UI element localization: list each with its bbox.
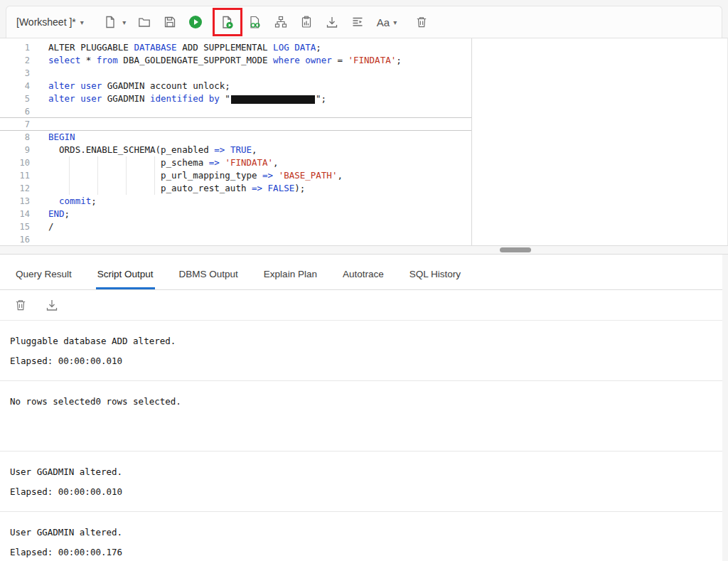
chevron-down-icon: ▾ (122, 18, 126, 26)
new-worksheet-menu-button[interactable]: ▾ (119, 11, 129, 33)
download-icon (326, 16, 338, 28)
clipboard-chart-icon (300, 16, 313, 28)
font-size-button[interactable]: Aa ▾ (377, 16, 397, 28)
editor-line[interactable]: 12 p_auto_rest_auth => FALSE); (0, 182, 727, 195)
scrollbar-thumb[interactable] (500, 247, 531, 252)
editor-line[interactable]: 15/ (0, 220, 727, 233)
new-worksheet-button[interactable] (100, 11, 121, 33)
tab-autotrace[interactable]: Autotrace (341, 263, 385, 289)
output-line (10, 538, 712, 547)
editor-line[interactable]: 1ALTER PLUGGABLE DATABASE ADD SUPPLEMENT… (0, 41, 727, 54)
script-output-block: User GGADMIN altered.Elapsed: 00:00:00.0… (0, 452, 722, 511)
code-text: alter user GGADMIN identified by ""; (41, 92, 326, 105)
autotrace-tree-icon (274, 16, 287, 28)
editor-line[interactable]: 14END; (0, 208, 727, 220)
output-line (10, 346, 712, 356)
save-button[interactable] (159, 11, 181, 33)
editor-line[interactable]: 7 (0, 118, 727, 131)
tab-query-result[interactable]: Query Result (14, 263, 73, 289)
format-indent-icon (351, 16, 364, 28)
output-toolbar (0, 290, 722, 321)
editor-line[interactable]: 16 (0, 233, 727, 245)
tab-sql-history[interactable]: SQL History (408, 263, 462, 289)
autotrace-button[interactable] (270, 11, 291, 33)
line-number: 12 (0, 182, 41, 195)
run-script-icon (220, 16, 234, 29)
font-size-label: Aa (377, 16, 390, 28)
code-text: select * from DBA_GOLDENGATE_SUPPORT_MOD… (41, 54, 402, 67)
code-text: p_auto_rest_auth => FALSE); (41, 182, 305, 195)
output-line: Elapsed: 00:00:00.010 (10, 487, 712, 497)
code-text: p_schema => 'FINDATA', (41, 156, 279, 169)
output-line (10, 407, 712, 417)
tab-dbms-output[interactable]: DBMS Output (178, 263, 240, 289)
code-text: ORDS.ENABLE_SCHEMA(p_enabled => TRUE, (41, 144, 257, 156)
editor-line[interactable]: 3 (0, 67, 727, 80)
script-output-block: Pluggable database ADD altered.Elapsed: … (0, 321, 722, 380)
code-text (41, 67, 48, 80)
code-text (41, 233, 48, 245)
editor-line[interactable]: 5alter user GGADMIN identified by ""; (0, 92, 727, 105)
line-number: 9 (0, 144, 41, 156)
open-file-button[interactable] (134, 11, 155, 33)
download-button[interactable] (321, 11, 343, 33)
explain-plan-button[interactable] (245, 11, 266, 33)
tab-explain-plan[interactable]: Explain Plan (262, 263, 318, 289)
code-text: alter user GGADMIN account unlock; (41, 80, 230, 92)
download-icon (46, 299, 58, 311)
sql-history-button[interactable] (296, 11, 317, 33)
script-output-block: User GGADMIN altered.Elapsed: 00:00:00.1… (0, 512, 722, 561)
annotation-highlight-box (213, 8, 242, 36)
tab-script-output[interactable]: Script Output (96, 263, 155, 289)
clear-worksheet-button[interactable] (411, 11, 432, 33)
results-panel: Query ResultScript OutputDBMS OutputExpl… (0, 255, 722, 551)
worksheet-toolbar: [Worksheet ]* ▾ ▾ (6, 6, 722, 38)
code-text (41, 118, 48, 131)
line-number: 3 (0, 67, 41, 80)
editor-line[interactable]: 6 (0, 105, 727, 118)
editor-line[interactable]: 4alter user GGADMIN account unlock; (0, 80, 727, 92)
line-number: 16 (0, 233, 41, 245)
line-number: 15 (0, 220, 41, 233)
horizontal-scrollbar[interactable] (0, 245, 728, 255)
editor-line[interactable]: 2select * from DBA_GOLDENGATE_SUPPORT_MO… (0, 54, 727, 67)
run-statement-button[interactable] (185, 11, 206, 33)
output-line: No rows selected0 rows selected. (10, 397, 712, 407)
code-text: END; (41, 208, 70, 220)
line-number: 6 (0, 105, 41, 118)
editor-line[interactable]: 11 p_url_mapping_type => 'BASE_PATH', (0, 169, 727, 182)
code-editor[interactable]: 1ALTER PLUGGABLE DATABASE ADD SUPPLEMENT… (0, 38, 728, 245)
output-line: Elapsed: 00:00:00.176 (10, 547, 712, 557)
code-text: p_url_mapping_type => 'BASE_PATH', (41, 169, 343, 182)
line-number: 13 (0, 195, 41, 208)
editor-line[interactable]: 10 p_schema => 'FINDATA', (0, 156, 727, 169)
editor-lines: 1ALTER PLUGGABLE DATABASE ADD SUPPLEMENT… (0, 41, 727, 245)
output-line (10, 427, 712, 437)
code-text: ALTER PLUGGABLE DATABASE ADD SUPPLEMENTA… (41, 41, 321, 54)
folder-open-icon (138, 16, 151, 28)
line-number: 1 (0, 41, 41, 54)
code-text (41, 105, 48, 118)
chevron-down-icon: ▾ (393, 18, 397, 26)
format-button[interactable] (347, 11, 368, 33)
editor-line[interactable]: 13 commit; (0, 195, 727, 208)
sql-worksheet-app: [Worksheet ]* ▾ ▾ (0, 6, 728, 561)
worksheet-selector[interactable]: [Worksheet ]* ▾ (16, 16, 84, 28)
output-line: Elapsed: 00:00:00.010 (10, 356, 712, 366)
editor-line[interactable]: 8BEGIN (0, 131, 727, 144)
line-number: 4 (0, 80, 41, 92)
results-tabbar: Query ResultScript OutputDBMS OutputExpl… (0, 255, 722, 290)
line-number: 10 (0, 156, 41, 169)
clear-output-button[interactable] (13, 297, 28, 313)
code-text: BEGIN (41, 131, 75, 144)
line-number: 5 (0, 92, 41, 105)
run-script-button[interactable] (217, 11, 238, 33)
save-icon (164, 16, 176, 28)
line-number: 2 (0, 54, 41, 67)
output-line: User GGADMIN altered. (10, 528, 712, 538)
editor-line[interactable]: 9 ORDS.ENABLE_SCHEMA(p_enabled => TRUE, (0, 144, 727, 156)
download-output-button[interactable] (44, 297, 60, 313)
worksheet-name: [Worksheet ]* (16, 16, 76, 28)
line-number: 14 (0, 208, 41, 220)
script-output: Pluggable database ADD altered.Elapsed: … (0, 321, 722, 561)
